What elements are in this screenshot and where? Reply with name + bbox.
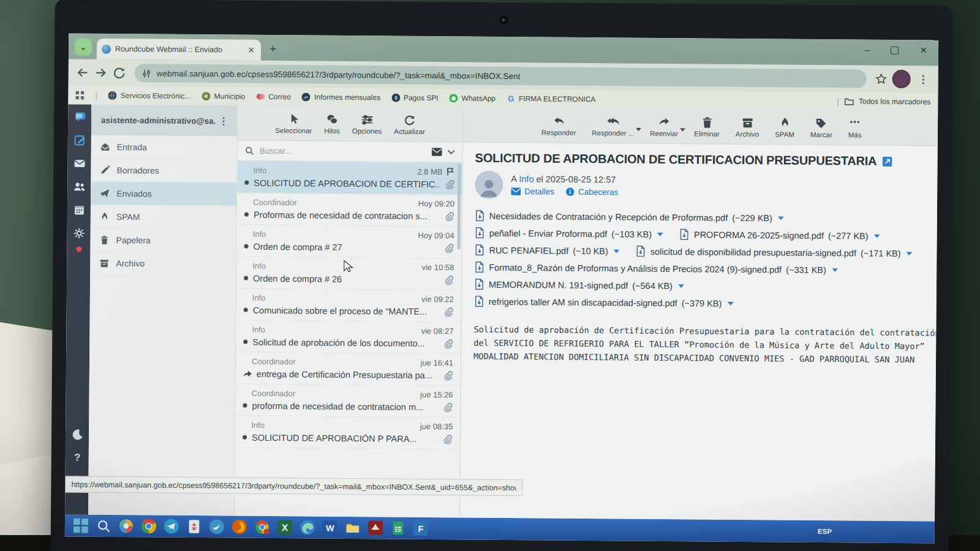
attachment-name[interactable]: MEMORANDUM N. 191-signed.pdf (489, 279, 628, 290)
mail-icon[interactable] (73, 157, 86, 170)
window-minimize-icon[interactable]: – (865, 45, 870, 56)
reload-icon[interactable] (113, 66, 126, 80)
dove-icon[interactable] (209, 519, 224, 534)
attachment-menu-caret-icon[interactable] (907, 252, 913, 255)
message-list-item[interactable]: Info 2.8 MB SOLICITUD DE APROBACION DE C… (237, 161, 462, 195)
recycledoc-icon[interactable] (187, 519, 202, 534)
browser-menu-icon[interactable]: ⋮ (916, 73, 931, 86)
attachment-menu-caret-icon[interactable] (678, 284, 684, 288)
mark-envelope-icon[interactable] (432, 148, 442, 156)
bookmark-item[interactable]: Municipio (202, 92, 245, 101)
word-icon[interactable]: W (323, 520, 337, 535)
bookmark-item[interactable]: $ Pagos SPI (391, 94, 439, 103)
attachment-name[interactable]: PROFORMA 26-2025-signed.pdf (694, 230, 824, 241)
contacts-icon[interactable] (73, 180, 86, 193)
recipient-link[interactable]: Info (519, 174, 533, 184)
win-icon[interactable] (74, 519, 88, 533)
attachment-item[interactable]: RUC PENAFIEL.pdf (~10 KB) (474, 244, 620, 257)
edge-icon[interactable] (300, 520, 315, 534)
list-toolbar-button[interactable]: Opciones (352, 113, 382, 135)
message-toolbar-button[interactable]: Archivo (736, 116, 760, 137)
attachment-name[interactable]: Formato_8_Razón de Proformas y Análisis … (489, 262, 782, 274)
back-icon[interactable] (76, 66, 89, 80)
message-toolbar-button[interactable]: Reenviar (650, 115, 678, 137)
attachment-item[interactable]: PROFORMA 26-2025-signed.pdf (~277 KB) (679, 228, 880, 242)
caret-down-icon[interactable] (636, 122, 641, 126)
attachment-menu-caret-icon[interactable] (727, 301, 733, 305)
attachment-menu-caret-icon[interactable] (778, 216, 784, 220)
message-list-item[interactable]: Info vie 09:22 Comunicado sobre el proce… (236, 289, 461, 323)
new-tab-button[interactable]: + (270, 42, 276, 56)
acrobat-icon[interactable] (368, 520, 383, 535)
help-icon[interactable]: ? (70, 451, 83, 463)
search-bar[interactable]: Buscar... (238, 141, 462, 163)
attachment-name[interactable]: solicitud de disponibilidad presupuestar… (650, 246, 856, 258)
moon-icon[interactable] (71, 428, 84, 441)
folder-item[interactable]: Archivo (90, 252, 236, 276)
attachment-menu-caret-icon[interactable] (657, 232, 663, 236)
chromework-icon[interactable] (255, 520, 270, 534)
window-close-icon[interactable]: ✕ (919, 45, 927, 56)
address-bar[interactable]: webmail.sanjuan.gob.ec/cpsess9598656217/… (135, 64, 867, 88)
attachment-item[interactable]: peñafiel - Enviar Proforma.pdf (~103 KB) (475, 227, 663, 240)
site-settings-icon[interactable] (142, 69, 151, 78)
message-toolbar-button[interactable]: Eliminar (694, 116, 720, 137)
message-toolbar-button[interactable]: Responder (541, 114, 576, 136)
attachment-menu-caret-icon[interactable] (614, 249, 620, 253)
gear-icon[interactable] (72, 227, 85, 239)
bookmark-item[interactable]: WhatsApp (450, 94, 496, 103)
list-toolbar-button[interactable]: Actualizar (394, 113, 425, 135)
bookmark-item[interactable]: Correo (256, 92, 291, 101)
attachment-item[interactable]: MEMORANDUM N. 191-signed.pdf (~564 KB) (474, 279, 684, 292)
forward-icon[interactable] (94, 66, 108, 80)
calendar-icon[interactable] (72, 203, 85, 216)
account-menu-icon[interactable]: ⋮ (216, 115, 231, 127)
message-toolbar-button[interactable]: Más (848, 117, 862, 138)
all-bookmarks-label[interactable]: Todos los marcadores (859, 97, 930, 107)
folder-item[interactable]: SPAM (91, 205, 236, 230)
message-list-item[interactable]: Info Hoy 09:04 Orden de compra # 27 (236, 225, 461, 259)
bookmark-star-icon[interactable] (875, 73, 888, 85)
compose-icon[interactable] (73, 133, 86, 146)
language-indicator[interactable]: ESP (818, 528, 832, 535)
folder-item[interactable]: Papelera (90, 228, 236, 253)
search-input[interactable]: Buscar... (260, 146, 426, 156)
message-toolbar-button[interactable]: Marcar (810, 116, 832, 138)
attachment-name[interactable]: peñafiel - Enviar Proforma.pdf (489, 228, 608, 239)
tsearch-icon[interactable] (96, 519, 111, 533)
tab-search-button[interactable]: ⌄ (75, 39, 92, 56)
folder-item[interactable]: Enviados (91, 182, 236, 206)
teamsf-icon[interactable]: F (413, 521, 428, 536)
attachment-item[interactable]: Formato_8_Razón de Proformas y Análisis … (474, 261, 838, 276)
excel-icon[interactable]: X (277, 520, 292, 534)
sheets-icon[interactable] (391, 521, 405, 536)
logo-icon[interactable] (74, 110, 86, 123)
copilot-icon[interactable] (119, 519, 134, 533)
attachment-menu-caret-icon[interactable] (874, 234, 880, 238)
attachment-item[interactable]: refrigerios taller AM sin discapacidad-s… (474, 296, 734, 309)
message-toolbar-button[interactable]: SPAM (775, 116, 794, 138)
folderwin-icon[interactable] (345, 520, 360, 535)
browser-profile-avatar[interactable] (892, 70, 911, 88)
flag-icon[interactable] (446, 167, 454, 176)
account-header[interactable]: asistente-administrativo@sa... ⋮ (91, 105, 237, 137)
message-list-item[interactable]: Coordinador Hoy 09:20 Proformas de neces… (237, 193, 462, 227)
window-maximize-icon[interactable] (891, 46, 899, 54)
open-in-new-window-icon[interactable] (882, 156, 892, 166)
bookmark-item[interactable]: Servicios Electrónic... (108, 91, 191, 100)
attachment-name[interactable]: Necesidades de Contratación y Recepción … (489, 211, 728, 222)
folder-item[interactable]: Entrada (91, 135, 237, 160)
message-toolbar-button[interactable]: Responder ... (592, 115, 634, 137)
headers-toggle[interactable]: Cabeceras (565, 187, 618, 197)
folder-item[interactable]: Borradores (91, 159, 236, 183)
list-toolbar-button[interactable]: Hilos (324, 113, 340, 134)
message-list-item[interactable]: Coordinador jue 15:26 proforma de necesi… (235, 384, 460, 418)
bookmark-item[interactable]: G FIRMA ELECTRONICA (507, 94, 595, 103)
apps-grid-icon[interactable] (75, 91, 84, 100)
chevron-down-icon[interactable] (448, 149, 455, 154)
chrome-icon[interactable] (141, 519, 156, 533)
attachment-name[interactable]: RUC PENAFIEL.pdf (489, 245, 568, 255)
address-url[interactable]: webmail.sanjuan.gob.ec/cpsess9598656217/… (157, 69, 521, 81)
list-toolbar-button[interactable]: Seleccionar (275, 113, 312, 134)
details-toggle[interactable]: Detalles (511, 187, 554, 197)
